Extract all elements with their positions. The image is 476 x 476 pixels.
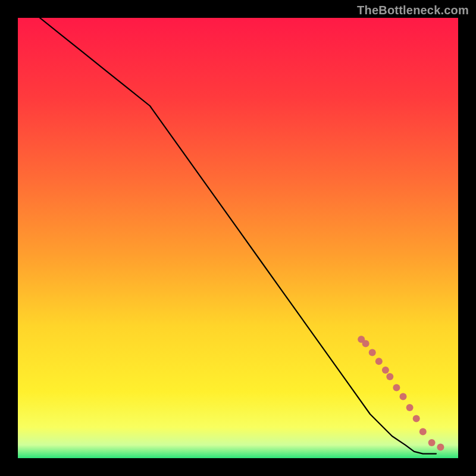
chart-marker <box>393 384 400 392</box>
chart-marker <box>406 404 414 411</box>
chart-marker <box>428 439 436 446</box>
chart-overlay <box>18 18 458 458</box>
chart-marker <box>437 444 444 451</box>
chart-marker <box>413 415 420 422</box>
chart-marker <box>375 358 383 365</box>
watermark-label: TheBottleneck.com <box>357 4 469 17</box>
chart-marker <box>419 428 427 436</box>
chart-marker <box>369 349 376 356</box>
chart-marker <box>382 367 389 374</box>
plot-area <box>18 18 458 458</box>
chart-marker <box>386 373 393 380</box>
chart-frame: TheBottleneck.com <box>0 0 476 476</box>
chart-marker <box>400 393 407 400</box>
chart-line <box>40 18 436 454</box>
chart-marker <box>362 340 369 347</box>
